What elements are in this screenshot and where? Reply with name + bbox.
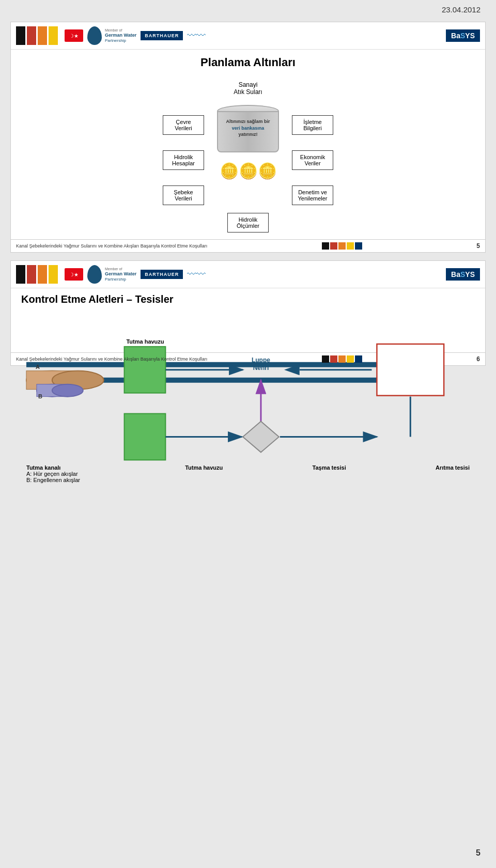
basys-s-accent-2: S — [460, 270, 465, 278]
slide-2: Member of German Water Partnership BARTH… — [10, 260, 486, 366]
turkey-flag-1 — [65, 29, 83, 42]
ekonomik-veriler-box: EkonomikVeriler — [292, 150, 333, 170]
left-labels: ÇevreVerileri HidrolikHesaplar ŞebekeVer… — [163, 105, 204, 205]
footer-block-black — [322, 242, 329, 250]
a-label: A: Hür geçen akışlar — [26, 471, 80, 477]
slide-1-page-number: 5 — [476, 242, 480, 250]
date-header: 23.04.2012 — [0, 0, 496, 17]
svg-point-16 — [52, 384, 83, 397]
slide-2-header: Member of German Water Partnership BARTH… — [11, 261, 485, 288]
color-block-orange — [38, 26, 47, 45]
basys-s-accent: S — [460, 32, 465, 40]
tutma-kanali-label-group: Tutma kanalı A: Hür geçen akışlar B: Eng… — [26, 464, 80, 483]
isletme-bilgileri-box: İşletmeBilgileri — [292, 115, 333, 135]
color-block-red — [27, 26, 36, 45]
center-cylinder-area: Altınınızı sağlam birveri bankasınayatır… — [214, 105, 282, 180]
turkey-flag-2 — [65, 268, 83, 281]
header-color-blocks-1 — [16, 26, 58, 45]
color-block-black — [16, 26, 25, 45]
color-block-orange-2 — [38, 265, 47, 284]
aritma-tesisi-label: Arıtma tesisi — [436, 464, 470, 483]
slide-2-page-number: 6 — [476, 355, 480, 363]
footer-block-red — [330, 242, 337, 250]
footer-color-blocks-1 — [322, 242, 362, 250]
wave-icon-1: 〰〰 — [187, 30, 206, 41]
sanayi-label: SanayiAtık Suları — [234, 81, 262, 96]
main-diagram: ÇevreVerileri HidrolikHesaplar ŞebekeVer… — [26, 105, 470, 205]
color-block-yellow — [49, 26, 58, 45]
aritma-tesisi-rect — [377, 344, 444, 396]
cylinder-body: Altınınızı sağlam birveri bankasınayatır… — [217, 111, 279, 152]
svg-text:Nehri: Nehri — [253, 364, 269, 371]
barthauer-logo-2: BARTHAUER — [141, 270, 183, 279]
partnership-text: Partnership — [105, 38, 136, 43]
slide-2-content: Luppe Nehri A B — [11, 308, 485, 352]
gwp-logo-2: Member of German Water Partnership — [87, 265, 136, 284]
color-block-black-2 — [16, 265, 25, 284]
slide-2-title: Kontrol Etme Aletleri – Tesisler — [11, 288, 485, 308]
slide-2-footer-text: Kanal Şebekelerindeki Yağmur Sularını ve… — [16, 357, 207, 362]
bottom-page-number: 5 — [476, 848, 481, 858]
footer-block-yellow-2 — [347, 355, 354, 363]
hidrolik-olcumler-area: HidrolikÖlçümler — [227, 213, 269, 233]
footer-color-blocks-2 — [322, 355, 362, 363]
gwp-text-2: Member of German Water Partnership — [105, 267, 136, 282]
footer-block-orange — [338, 242, 346, 250]
b-label: B: Engellenen akışlar — [26, 477, 80, 483]
coins-icon: 🪙🪙🪙 — [220, 162, 277, 180]
member-of-text: Member of — [105, 28, 136, 33]
german-water-text: German Water — [105, 33, 136, 38]
footer-block-blue-2 — [355, 355, 362, 363]
gwp-logo-1: Member of German Water Partnership — [87, 26, 136, 45]
slide-1-title: Planlama Altınları — [11, 50, 485, 73]
footer-block-orange-2 — [338, 355, 346, 363]
svg-text:A: A — [36, 364, 40, 370]
gwp-drop-icon — [87, 26, 102, 45]
svg-text:B: B — [38, 393, 42, 399]
barthauer-logo-1: BARTHAUER — [141, 31, 183, 40]
footer-block-black-2 — [322, 355, 329, 363]
color-block-yellow-2 — [49, 265, 58, 284]
tutma-havuzu-rect-2 — [125, 414, 166, 460]
footer-block-yellow — [347, 242, 354, 250]
wave-icon-2: 〰〰 — [187, 269, 206, 280]
tutma-kanali-label: Tutma kanalı — [26, 464, 80, 471]
partnership-text-2: Partnership — [105, 277, 136, 282]
luppe-nehri-text: Luppe — [252, 357, 270, 364]
gwp-text: Member of German Water Partnership — [105, 28, 136, 43]
tasma-tesisi-label: Taşma tesisi — [313, 464, 346, 483]
slide-1: Member of German Water Partnership BARTH… — [10, 22, 486, 253]
slide-1-footer: Kanal Şebekelerindeki Yağmur Sularını ve… — [11, 239, 485, 252]
slide-1-footer-text: Kanal Şebekelerindeki Yağmur Sularını ve… — [16, 243, 207, 249]
member-of-text-2: Member of — [105, 267, 136, 271]
date-text: 23.04.2012 — [442, 5, 481, 14]
tutma-havuzu-bottom-label: Tutma havuzu — [169, 464, 223, 483]
basys-logo-2: BaSYS — [446, 268, 480, 281]
hidrolik-olcumler-box: HidrolikÖlçümler — [227, 213, 269, 233]
denetim-yenilemeler-box: Denetim veYenilemeler — [292, 185, 333, 205]
slide-1-content: SanayiAtık Suları ÇevreVerileri Hidrolik… — [11, 73, 485, 239]
german-water-text-2: German Water — [105, 271, 136, 277]
tutma-havuzu-rect-1 — [125, 347, 166, 393]
color-block-red-2 — [27, 265, 36, 284]
footer-block-red-2 — [330, 355, 337, 363]
tasma-tesisi-shape — [243, 422, 279, 453]
cylinder-text: Altınınızı sağlam birveri bankasınayatır… — [218, 112, 278, 144]
flow-diagram-svg: Luppe Nehri A B — [21, 313, 475, 468]
gwp-drop-icon-2 — [87, 265, 102, 284]
header-color-blocks-2 — [16, 265, 58, 284]
hidrolik-hesaplar-box: HidrolikHesaplar — [163, 150, 204, 170]
cevre-verileri-box: ÇevreVerileri — [163, 115, 204, 135]
slide-1-header: Member of German Water Partnership BARTH… — [11, 22, 485, 50]
footer-block-blue — [355, 242, 362, 250]
sebeke-verileri-box: ŞebekeVerileri — [163, 185, 204, 205]
basys-logo-1: BaSYS — [446, 29, 480, 42]
right-labels: İşletmeBilgileri EkonomikVeriler Denetim… — [292, 105, 333, 205]
